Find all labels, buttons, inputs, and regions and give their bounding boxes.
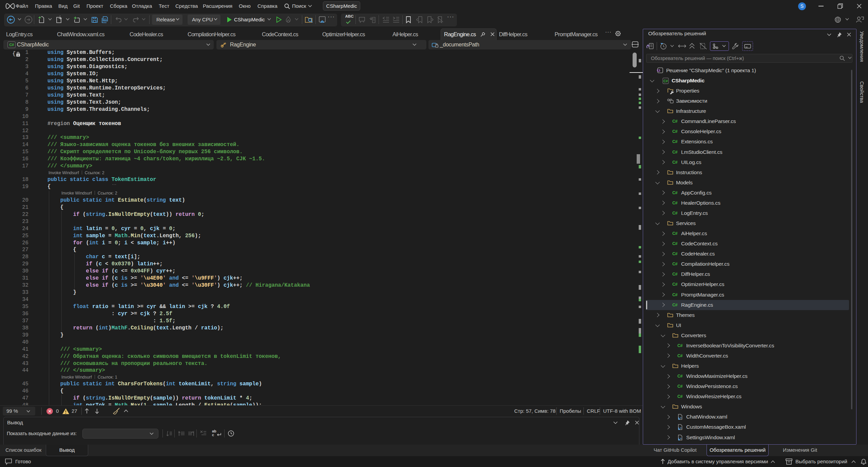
svg-text:C#: C# (663, 79, 668, 83)
